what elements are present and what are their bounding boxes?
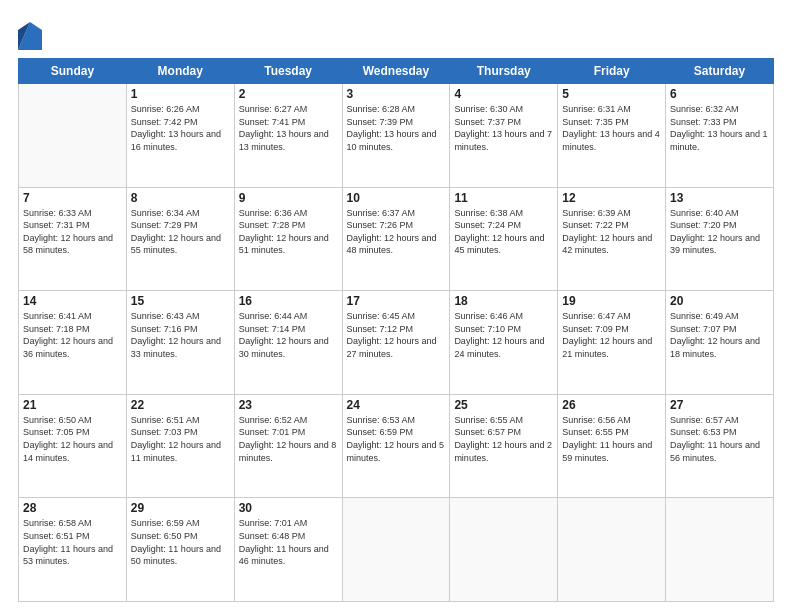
- calendar-cell: 17Sunrise: 6:45 AMSunset: 7:12 PMDayligh…: [342, 291, 450, 395]
- day-number: 22: [131, 398, 230, 412]
- cell-info: Sunrise: 6:47 AMSunset: 7:09 PMDaylight:…: [562, 310, 661, 360]
- week-row-0: 1Sunrise: 6:26 AMSunset: 7:42 PMDaylight…: [19, 84, 774, 188]
- calendar-cell: 28Sunrise: 6:58 AMSunset: 6:51 PMDayligh…: [19, 498, 127, 602]
- day-number: 12: [562, 191, 661, 205]
- day-number: 13: [670, 191, 769, 205]
- day-number: 20: [670, 294, 769, 308]
- cell-info: Sunrise: 6:44 AMSunset: 7:14 PMDaylight:…: [239, 310, 338, 360]
- day-number: 4: [454, 87, 553, 101]
- cell-info: Sunrise: 6:57 AMSunset: 6:53 PMDaylight:…: [670, 414, 769, 464]
- week-row-2: 14Sunrise: 6:41 AMSunset: 7:18 PMDayligh…: [19, 291, 774, 395]
- cell-info: Sunrise: 6:55 AMSunset: 6:57 PMDaylight:…: [454, 414, 553, 464]
- calendar-cell: 27Sunrise: 6:57 AMSunset: 6:53 PMDayligh…: [666, 394, 774, 498]
- weekday-header-friday: Friday: [558, 59, 666, 84]
- calendar-cell: [666, 498, 774, 602]
- calendar-cell: [342, 498, 450, 602]
- calendar-cell: 15Sunrise: 6:43 AMSunset: 7:16 PMDayligh…: [126, 291, 234, 395]
- cell-info: Sunrise: 6:56 AMSunset: 6:55 PMDaylight:…: [562, 414, 661, 464]
- cell-info: Sunrise: 6:43 AMSunset: 7:16 PMDaylight:…: [131, 310, 230, 360]
- day-number: 5: [562, 87, 661, 101]
- day-number: 16: [239, 294, 338, 308]
- day-number: 1: [131, 87, 230, 101]
- calendar-cell: 14Sunrise: 6:41 AMSunset: 7:18 PMDayligh…: [19, 291, 127, 395]
- day-number: 21: [23, 398, 122, 412]
- day-number: 9: [239, 191, 338, 205]
- calendar-cell: 3Sunrise: 6:28 AMSunset: 7:39 PMDaylight…: [342, 84, 450, 188]
- cell-info: Sunrise: 6:52 AMSunset: 7:01 PMDaylight:…: [239, 414, 338, 464]
- day-number: 19: [562, 294, 661, 308]
- cell-info: Sunrise: 6:46 AMSunset: 7:10 PMDaylight:…: [454, 310, 553, 360]
- weekday-header-sunday: Sunday: [19, 59, 127, 84]
- cell-info: Sunrise: 6:31 AMSunset: 7:35 PMDaylight:…: [562, 103, 661, 153]
- weekday-header-wednesday: Wednesday: [342, 59, 450, 84]
- day-number: 14: [23, 294, 122, 308]
- cell-info: Sunrise: 6:36 AMSunset: 7:28 PMDaylight:…: [239, 207, 338, 257]
- calendar-cell: 16Sunrise: 6:44 AMSunset: 7:14 PMDayligh…: [234, 291, 342, 395]
- calendar-cell: [558, 498, 666, 602]
- cell-info: Sunrise: 6:59 AMSunset: 6:50 PMDaylight:…: [131, 517, 230, 567]
- cell-info: Sunrise: 6:50 AMSunset: 7:05 PMDaylight:…: [23, 414, 122, 464]
- day-number: 2: [239, 87, 338, 101]
- cell-info: Sunrise: 6:32 AMSunset: 7:33 PMDaylight:…: [670, 103, 769, 153]
- cell-info: Sunrise: 6:30 AMSunset: 7:37 PMDaylight:…: [454, 103, 553, 153]
- day-number: 30: [239, 501, 338, 515]
- cell-info: Sunrise: 6:53 AMSunset: 6:59 PMDaylight:…: [347, 414, 446, 464]
- cell-info: Sunrise: 6:26 AMSunset: 7:42 PMDaylight:…: [131, 103, 230, 153]
- logo: [18, 22, 44, 50]
- calendar-cell: 4Sunrise: 6:30 AMSunset: 7:37 PMDaylight…: [450, 84, 558, 188]
- calendar-cell: 20Sunrise: 6:49 AMSunset: 7:07 PMDayligh…: [666, 291, 774, 395]
- weekday-header-thursday: Thursday: [450, 59, 558, 84]
- calendar-cell: 26Sunrise: 6:56 AMSunset: 6:55 PMDayligh…: [558, 394, 666, 498]
- cell-info: Sunrise: 6:58 AMSunset: 6:51 PMDaylight:…: [23, 517, 122, 567]
- calendar-cell: 10Sunrise: 6:37 AMSunset: 7:26 PMDayligh…: [342, 187, 450, 291]
- calendar-cell: 29Sunrise: 6:59 AMSunset: 6:50 PMDayligh…: [126, 498, 234, 602]
- day-number: 10: [347, 191, 446, 205]
- day-number: 11: [454, 191, 553, 205]
- day-number: 15: [131, 294, 230, 308]
- day-number: 23: [239, 398, 338, 412]
- calendar-table: SundayMondayTuesdayWednesdayThursdayFrid…: [18, 58, 774, 602]
- day-number: 8: [131, 191, 230, 205]
- calendar-cell: 7Sunrise: 6:33 AMSunset: 7:31 PMDaylight…: [19, 187, 127, 291]
- week-row-4: 28Sunrise: 6:58 AMSunset: 6:51 PMDayligh…: [19, 498, 774, 602]
- cell-info: Sunrise: 6:41 AMSunset: 7:18 PMDaylight:…: [23, 310, 122, 360]
- cell-info: Sunrise: 6:28 AMSunset: 7:39 PMDaylight:…: [347, 103, 446, 153]
- day-number: 18: [454, 294, 553, 308]
- day-number: 17: [347, 294, 446, 308]
- cell-info: Sunrise: 6:40 AMSunset: 7:20 PMDaylight:…: [670, 207, 769, 257]
- calendar-cell: 21Sunrise: 6:50 AMSunset: 7:05 PMDayligh…: [19, 394, 127, 498]
- calendar-cell: 1Sunrise: 6:26 AMSunset: 7:42 PMDaylight…: [126, 84, 234, 188]
- cell-info: Sunrise: 6:34 AMSunset: 7:29 PMDaylight:…: [131, 207, 230, 257]
- logo-icon: [18, 22, 42, 50]
- cell-info: Sunrise: 7:01 AMSunset: 6:48 PMDaylight:…: [239, 517, 338, 567]
- calendar-cell: 22Sunrise: 6:51 AMSunset: 7:03 PMDayligh…: [126, 394, 234, 498]
- day-number: 6: [670, 87, 769, 101]
- calendar-cell: 18Sunrise: 6:46 AMSunset: 7:10 PMDayligh…: [450, 291, 558, 395]
- day-number: 3: [347, 87, 446, 101]
- calendar-cell: 23Sunrise: 6:52 AMSunset: 7:01 PMDayligh…: [234, 394, 342, 498]
- cell-info: Sunrise: 6:37 AMSunset: 7:26 PMDaylight:…: [347, 207, 446, 257]
- day-number: 27: [670, 398, 769, 412]
- calendar-cell: 9Sunrise: 6:36 AMSunset: 7:28 PMDaylight…: [234, 187, 342, 291]
- calendar-cell: 6Sunrise: 6:32 AMSunset: 7:33 PMDaylight…: [666, 84, 774, 188]
- weekday-header-saturday: Saturday: [666, 59, 774, 84]
- cell-info: Sunrise: 6:39 AMSunset: 7:22 PMDaylight:…: [562, 207, 661, 257]
- day-number: 28: [23, 501, 122, 515]
- calendar-cell: 2Sunrise: 6:27 AMSunset: 7:41 PMDaylight…: [234, 84, 342, 188]
- day-number: 25: [454, 398, 553, 412]
- calendar-cell: 24Sunrise: 6:53 AMSunset: 6:59 PMDayligh…: [342, 394, 450, 498]
- day-number: 26: [562, 398, 661, 412]
- page: SundayMondayTuesdayWednesdayThursdayFrid…: [0, 0, 792, 612]
- day-number: 7: [23, 191, 122, 205]
- cell-info: Sunrise: 6:49 AMSunset: 7:07 PMDaylight:…: [670, 310, 769, 360]
- calendar-cell: 13Sunrise: 6:40 AMSunset: 7:20 PMDayligh…: [666, 187, 774, 291]
- day-number: 29: [131, 501, 230, 515]
- cell-info: Sunrise: 6:27 AMSunset: 7:41 PMDaylight:…: [239, 103, 338, 153]
- day-number: 24: [347, 398, 446, 412]
- cell-info: Sunrise: 6:45 AMSunset: 7:12 PMDaylight:…: [347, 310, 446, 360]
- calendar-cell: 19Sunrise: 6:47 AMSunset: 7:09 PMDayligh…: [558, 291, 666, 395]
- cell-info: Sunrise: 6:33 AMSunset: 7:31 PMDaylight:…: [23, 207, 122, 257]
- header: [18, 18, 774, 50]
- cell-info: Sunrise: 6:38 AMSunset: 7:24 PMDaylight:…: [454, 207, 553, 257]
- calendar-cell: 5Sunrise: 6:31 AMSunset: 7:35 PMDaylight…: [558, 84, 666, 188]
